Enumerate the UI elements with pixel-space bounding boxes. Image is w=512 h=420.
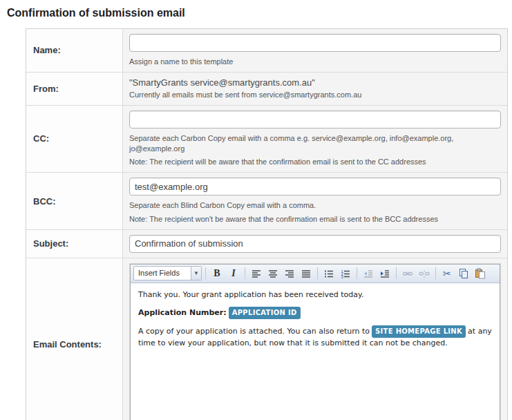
align-left-icon — [251, 268, 262, 279]
cc-input[interactable] — [129, 111, 501, 128]
subject-field-cell — [123, 230, 507, 258]
indent-button[interactable] — [377, 266, 392, 280]
insert-fields-select[interactable]: Insert Fields ▼ — [133, 266, 202, 280]
toolbar-separator — [245, 267, 245, 279]
indent-icon — [379, 268, 390, 279]
from-hint: Currently all emails must be sent from s… — [129, 90, 501, 100]
editor-text: Thank you. Your grant application has be… — [138, 290, 363, 299]
align-left-button[interactable] — [249, 266, 264, 280]
cut-icon: ✂ — [443, 268, 451, 279]
toolbar-separator — [435, 267, 436, 279]
cc-field-cell: Separate each Carbon Copy email with a c… — [123, 106, 507, 173]
toolbar-separator — [396, 267, 397, 279]
rich-text-editor: Insert Fields ▼ B I 123 — [130, 264, 500, 420]
from-label: From: — [26, 73, 123, 105]
paste-button[interactable] — [473, 266, 488, 280]
cc-label: CC: — [26, 106, 123, 173]
from-field-cell: "SmartyGrants service@smartygrants.com.a… — [123, 73, 507, 105]
outdent-button[interactable] — [361, 266, 376, 280]
italic-button[interactable]: I — [226, 266, 241, 280]
email-contents-label: Email Contents: — [26, 258, 123, 420]
form-row-email-contents: Email Contents: Insert Fields ▼ B I — [26, 258, 507, 420]
bold-icon: B — [214, 268, 220, 279]
align-justify-button[interactable] — [298, 266, 314, 280]
link-icon — [402, 268, 413, 279]
name-hint: Assign a name to this template — [129, 57, 501, 67]
insert-fields-label: Insert Fields — [134, 267, 191, 280]
remove-link-button[interactable] — [417, 266, 432, 280]
unlink-icon — [419, 268, 430, 279]
editor-paragraph: Thank you. Your grant application has be… — [138, 289, 492, 301]
align-center-button[interactable] — [265, 266, 281, 280]
bcc-hint: Separate each Blind Carbon Copy email wi… — [129, 200, 501, 211]
toolbar-separator — [317, 267, 318, 279]
bullet-list-icon — [323, 268, 334, 279]
form-row-name: Name: Assign a name to this template — [26, 29, 507, 73]
align-right-button[interactable] — [282, 266, 297, 280]
cc-hint: Separate each Carbon Copy email with a c… — [129, 133, 501, 154]
merge-field-badge-site-homepage-link[interactable]: SITE HOMEPAGE LINK — [372, 325, 466, 338]
insert-link-button[interactable] — [400, 266, 415, 280]
toolbar-separator — [205, 267, 206, 279]
numbered-list-button[interactable]: 123 — [338, 266, 353, 280]
editor-paragraph: Application Number:APPLICATION ID — [138, 307, 492, 319]
svg-text:3: 3 — [341, 274, 343, 278]
paste-icon — [475, 268, 486, 279]
form-row-from: From: "SmartyGrants service@smartygrants… — [26, 73, 507, 106]
editor-content[interactable]: Thank you. Your grant application has be… — [131, 283, 500, 420]
editor-text: A copy of your application is attached. … — [138, 327, 370, 336]
name-label: Name: — [26, 29, 123, 72]
cc-note: Note: The recipient will be aware that t… — [129, 157, 501, 167]
italic-icon: I — [231, 268, 235, 279]
page-title: Confirmation of submission email — [7, 7, 512, 19]
align-right-icon — [284, 268, 295, 279]
bold-button[interactable]: B — [209, 266, 225, 280]
editor-toolbar: Insert Fields ▼ B I 123 — [131, 265, 500, 283]
bcc-label: BCC: — [26, 173, 123, 229]
toolbar-separator — [357, 267, 357, 279]
subject-input[interactable] — [129, 235, 501, 253]
email-template-form: Name: Assign a name to this template Fro… — [26, 28, 508, 420]
outdent-icon — [363, 268, 374, 279]
insert-fields-dropdown-arrow-icon[interactable]: ▼ — [191, 267, 201, 280]
form-row-subject: Subject: — [26, 230, 507, 258]
application-number-label: Application Number: — [138, 308, 227, 317]
bcc-note: Note: The recipient won't be aware that … — [129, 214, 501, 225]
bcc-input[interactable] — [129, 178, 501, 195]
numbered-list-icon: 123 — [340, 268, 351, 279]
form-row-bcc: BCC: Separate each Blind Carbon Copy ema… — [26, 173, 507, 230]
align-justify-icon — [301, 268, 312, 279]
name-field-cell: Assign a name to this template — [123, 29, 507, 72]
cut-button[interactable]: ✂ — [439, 266, 455, 280]
editor-paragraph: A copy of your application is attached. … — [138, 325, 492, 350]
from-value: "SmartyGrants service@smartygrants.com.a… — [129, 77, 501, 88]
form-row-cc: CC: Separate each Carbon Copy email with… — [26, 106, 507, 173]
align-center-icon — [267, 268, 278, 279]
subject-label: Subject: — [26, 230, 123, 258]
email-contents-cell: Insert Fields ▼ B I 123 — [123, 258, 507, 420]
copy-icon — [458, 268, 469, 279]
bcc-field-cell: Separate each Blind Carbon Copy email wi… — [123, 173, 507, 229]
bullet-list-button[interactable] — [321, 266, 336, 280]
name-input[interactable] — [129, 34, 501, 52]
copy-button[interactable] — [456, 266, 471, 280]
merge-field-badge-application-id[interactable]: APPLICATION ID — [229, 307, 301, 319]
